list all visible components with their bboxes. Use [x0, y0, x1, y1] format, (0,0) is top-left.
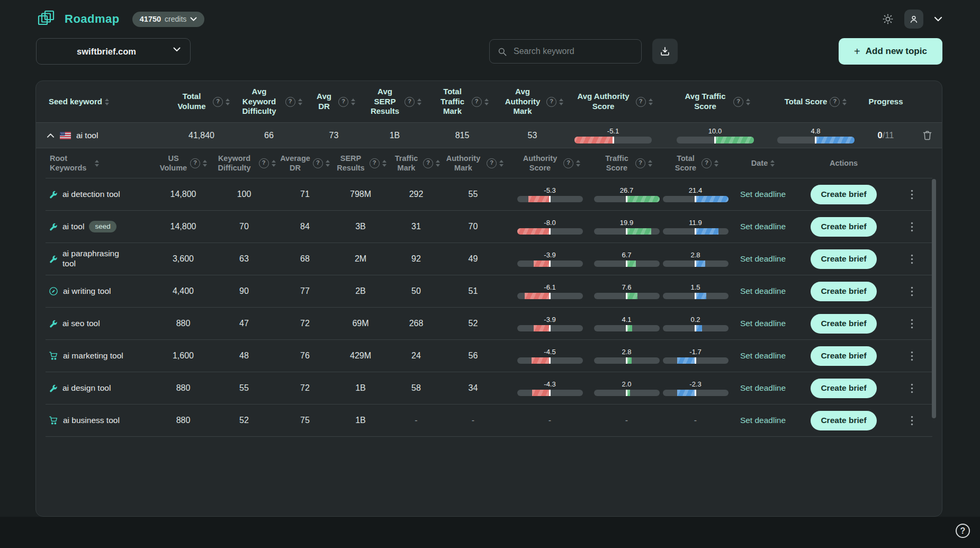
row-menu-button[interactable] [893, 416, 931, 426]
root-keyword-row: ai marketing tool1,6004876429M2456-4.52.… [46, 339, 932, 372]
vertical-scrollbar[interactable] [932, 179, 936, 418]
sort-toggle-icon[interactable] [382, 160, 386, 167]
total-score-bar [663, 228, 729, 235]
row-menu-button[interactable] [893, 222, 931, 232]
sort-toggle-icon[interactable] [559, 98, 563, 105]
row-menu-button[interactable] [893, 351, 931, 361]
set-deadline-link[interactable]: Set deadline [740, 222, 786, 231]
row-menu-button[interactable] [893, 383, 931, 393]
help-icon[interactable]: ? [733, 97, 743, 107]
help-icon[interactable]: ? [313, 158, 323, 168]
score-bar-fill [696, 196, 729, 202]
top-bar: Roadmap 41750 credits [36, 6, 942, 32]
help-icon[interactable]: ? [830, 97, 840, 107]
sort-toggle-icon[interactable] [203, 160, 207, 167]
domain-select[interactable]: swiftbrief.com [36, 38, 191, 65]
row-menu-button[interactable] [893, 190, 931, 200]
help-icon[interactable]: ? [487, 158, 497, 168]
help-icon[interactable]: ? [404, 97, 415, 107]
create-brief-button[interactable]: Create brief [811, 249, 876, 269]
set-deadline-link[interactable]: Set deadline [740, 351, 786, 361]
score-bar-marker [695, 228, 696, 235]
sort-toggle-icon[interactable] [746, 98, 750, 105]
help-icon[interactable]: ? [563, 158, 573, 168]
help-icon[interactable]: ? [213, 97, 223, 107]
set-deadline-link[interactable]: Set deadline [740, 254, 786, 264]
sort-toggle-icon[interactable] [417, 98, 421, 105]
sort-toggle-icon[interactable] [298, 98, 302, 105]
keyword-name-cell: ai design tool [46, 383, 159, 393]
row-menu-button[interactable] [893, 254, 931, 264]
create-brief-button[interactable]: Create brief [811, 217, 876, 237]
credits-dropdown[interactable]: 41750 credits [132, 12, 205, 27]
sort-toggle-icon[interactable] [272, 160, 276, 167]
sort-toggle-icon[interactable] [226, 98, 230, 105]
sort-up-arrow [226, 98, 230, 101]
help-icon[interactable]: ? [546, 97, 556, 107]
help-button[interactable]: ? [956, 524, 970, 538]
seed-keyword-row[interactable]: ai tool 41,840 66 73 1B 815 53 -5.1 10.0… [36, 122, 942, 148]
help-icon[interactable]: ? [636, 97, 646, 107]
root-keyword-row: ai business tool88052751B-----Set deadli… [46, 404, 932, 437]
row-menu-button[interactable] [893, 286, 931, 297]
sort-toggle-icon[interactable] [648, 160, 652, 167]
user-avatar-button[interactable] [904, 10, 923, 29]
sort-down-arrow [648, 164, 652, 167]
help-icon[interactable]: ? [285, 97, 295, 107]
sort-toggle-icon[interactable] [436, 160, 440, 167]
export-download-button[interactable] [652, 39, 678, 64]
column-header-label: Authority Score [519, 154, 561, 173]
create-brief-button[interactable]: Create brief [811, 185, 876, 204]
help-icon[interactable]: ? [370, 158, 380, 168]
create-brief-button[interactable]: Create brief [811, 346, 876, 366]
sort-toggle-icon[interactable] [105, 98, 109, 105]
create-brief-button[interactable]: Create brief [811, 314, 876, 334]
search-input[interactable] [513, 46, 634, 57]
sort-toggle-icon[interactable] [714, 160, 718, 167]
help-icon[interactable]: ? [338, 97, 348, 107]
help-icon[interactable]: ? [635, 158, 645, 168]
help-icon[interactable]: ? [259, 158, 269, 168]
help-icon[interactable]: ? [472, 97, 482, 107]
theme-toggle-button[interactable] [882, 13, 894, 25]
set-deadline-link[interactable]: Set deadline [740, 383, 786, 393]
score-bar-fill [528, 196, 550, 202]
total-score-bar [663, 325, 729, 331]
help-icon[interactable]: ? [190, 158, 200, 168]
add-new-topic-button[interactable]: + Add new topic [839, 38, 942, 65]
create-brief-button[interactable]: Create brief [811, 379, 876, 398]
column-header-label: Traffic Mark [392, 154, 420, 173]
sort-toggle-icon[interactable] [95, 160, 99, 167]
set-deadline-link[interactable]: Set deadline [740, 286, 786, 296]
row-menu-button[interactable] [893, 319, 931, 329]
seed-avg-dr: 73 [306, 131, 362, 140]
set-deadline-link[interactable]: Set deadline [740, 190, 786, 199]
collapse-caret-icon[interactable] [47, 133, 55, 138]
kebab-menu-icon [911, 254, 913, 264]
set-deadline-link[interactable]: Set deadline [740, 416, 786, 425]
score-bar-fill [532, 390, 550, 396]
create-brief-button[interactable]: Create brief [811, 282, 876, 301]
sort-down-arrow [351, 103, 355, 105]
date-cell: Set deadline [731, 286, 795, 296]
sort-toggle-icon[interactable] [484, 98, 489, 105]
sort-toggle-icon[interactable] [351, 98, 355, 105]
sort-toggle-icon[interactable] [499, 160, 504, 167]
create-brief-button[interactable]: Create brief [811, 411, 876, 430]
sort-toggle-icon[interactable] [770, 160, 775, 167]
delete-seed-button[interactable] [912, 130, 942, 141]
traffic-mark-cell: 50 [392, 286, 440, 296]
authority-mark-cell: 51 [440, 286, 506, 296]
keyword-name: ai paraphrasing tool [62, 249, 131, 268]
sort-toggle-icon[interactable] [576, 160, 580, 167]
help-icon[interactable]: ? [702, 158, 712, 168]
set-deadline-link[interactable]: Set deadline [740, 319, 786, 328]
help-icon[interactable]: ? [423, 158, 433, 168]
app-logo-icon[interactable] [36, 9, 56, 29]
sort-toggle-icon[interactable] [649, 98, 653, 105]
account-menu-chevron[interactable] [934, 16, 942, 22]
sort-up-arrow [559, 98, 563, 101]
auth-score-bar [517, 293, 583, 299]
seed-avg-authority-mark: 53 [497, 131, 568, 140]
sort-toggle-icon[interactable] [842, 98, 847, 105]
